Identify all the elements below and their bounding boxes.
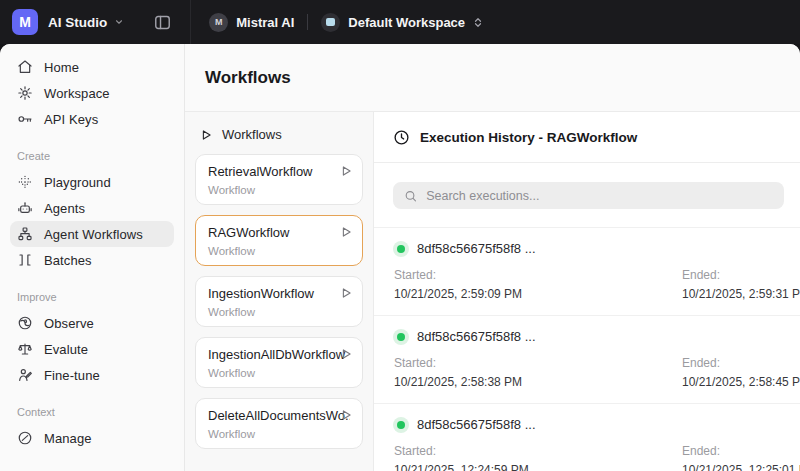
execution-row[interactable]: 8df58c56675f58f8 ... Started: 10/21/2025…: [374, 403, 800, 471]
execution-row[interactable]: 8df58c56675f58f8 ... Started: 10/21/2025…: [374, 227, 800, 315]
workflow-card-ingestionalldbworkflow[interactable]: IngestionAllDbWorkflow Workflow: [195, 337, 363, 388]
sidebar-section-context: Context: [17, 406, 174, 418]
workflow-subtitle: Workflow: [208, 428, 350, 440]
workflow-subtitle: Workflow: [208, 184, 350, 196]
run-workflow-button[interactable]: [339, 286, 353, 300]
workflows-list-panel: Workflows RetrievalWorkflow Workflow RAG…: [185, 112, 374, 471]
breadcrumb-separator: [307, 14, 308, 30]
sidebar-item-label: Agent Workflows: [44, 227, 143, 242]
sparkle-icon: [16, 174, 33, 191]
ended-value: 10/21/2025, 12:25:01 PM: [682, 463, 800, 471]
sidebar-item-manage[interactable]: Manage: [10, 425, 174, 451]
execution-id: 8df58c56675f58f8 ...: [417, 241, 536, 256]
play-icon: [339, 408, 353, 422]
workflows-list-header: Workflows: [195, 123, 363, 154]
sidebar-item-observe[interactable]: Observe: [10, 310, 174, 336]
sidebar-item-batches[interactable]: Batches: [10, 247, 174, 273]
navbar-divider: [190, 0, 191, 44]
execution-id: 8df58c56675f58f8 ...: [417, 329, 536, 344]
started-label: Started:: [394, 444, 682, 458]
key-icon: [16, 111, 33, 128]
workflow-card-ragworkflow[interactable]: RAGWorkflow Workflow: [195, 215, 363, 266]
ended-label: Ended:: [682, 444, 800, 458]
workflow-title: DeleteAllDocumentsWo...: [208, 408, 350, 423]
sidebar-item-home[interactable]: Home: [10, 54, 174, 80]
sidebar-item-workspace[interactable]: Workspace: [10, 80, 174, 106]
sidebar-item-api-keys[interactable]: API Keys: [10, 106, 174, 132]
workspace-avatar: [321, 13, 340, 32]
chevron-down-icon: [114, 17, 124, 27]
run-workflow-button[interactable]: [339, 347, 353, 361]
app-switcher-chevron[interactable]: [114, 17, 124, 27]
sidebar-section-create: Create: [17, 150, 174, 162]
ended-value: 10/21/2025, 2:59:31 PM: [682, 287, 800, 301]
org-breadcrumb[interactable]: M Mistral AI: [209, 13, 294, 32]
ended-label: Ended:: [682, 268, 800, 282]
scales-icon: [16, 341, 33, 358]
run-workflow-button[interactable]: [339, 164, 353, 178]
workflow-subtitle: Workflow: [208, 306, 350, 318]
workflow-subtitle: Workflow: [208, 367, 350, 379]
play-icon: [199, 128, 213, 142]
started-value: 10/21/2025, 12:24:59 PM: [394, 463, 682, 471]
workflow-title: RetrievalWorkflow: [208, 164, 350, 179]
sidebar-item-label: Workspace: [44, 86, 110, 101]
sidebar-item-agent-workflows[interactable]: Agent Workflows: [10, 221, 174, 247]
sidebar-item-label: Batches: [44, 253, 92, 268]
workflow-subtitle: Workflow: [208, 245, 350, 257]
started-value: 10/21/2025, 2:58:38 PM: [394, 375, 682, 389]
execution-row[interactable]: 8df58c56675f58f8 ... Started: 10/21/2025…: [374, 315, 800, 403]
execution-list: 8df58c56675f58f8 ... Started: 10/21/2025…: [374, 227, 800, 471]
run-workflow-button[interactable]: [339, 408, 353, 422]
sidebar-toggle-button[interactable]: [148, 8, 176, 36]
search-executions-box[interactable]: [393, 182, 784, 209]
ended-value: 10/21/2025, 2:58:45 PM: [682, 375, 800, 389]
fine-tune-icon: [16, 367, 33, 384]
workflow-title: RAGWorkflow: [208, 225, 350, 240]
main-area: Workflows Workflows RetrievalWorkflow Wo…: [185, 44, 800, 471]
search-executions-input[interactable]: [426, 189, 773, 203]
status-success-dot: [397, 333, 405, 341]
sidebar-item-label: Fine-tune: [44, 368, 100, 383]
started-column: Started: 10/21/2025, 12:24:59 PM: [394, 444, 682, 471]
play-icon: [339, 347, 353, 361]
sidebar-item-fine-tune[interactable]: Fine-tune: [10, 362, 174, 388]
workflow-title: IngestionAllDbWorkflow: [208, 347, 350, 362]
play-icon: [339, 286, 353, 300]
org-name: Mistral AI: [236, 15, 294, 30]
brackets-icon: [16, 252, 33, 269]
sidebar-item-label: Agents: [44, 201, 85, 216]
started-value: 10/21/2025, 2:59:09 PM: [394, 287, 682, 301]
ended-column: Ended: 10/21/2025, 2:59:31 PM: [682, 268, 800, 301]
workflow-card-ingestionworkflow[interactable]: IngestionWorkflow Workflow: [195, 276, 363, 327]
sidebar-section-improve: Improve: [17, 291, 174, 303]
execution-id: 8df58c56675f58f8 ...: [417, 417, 536, 432]
workflow-card-deletealldocuments[interactable]: DeleteAllDocumentsWo... Workflow: [195, 398, 363, 449]
sidebar-item-playground[interactable]: Playground: [10, 169, 174, 195]
sidebar-item-agents[interactable]: Agents: [10, 195, 174, 221]
spiral-icon: [16, 315, 33, 332]
search-icon: [404, 189, 417, 203]
workspace-glyph-icon: [326, 18, 335, 26]
workflow-card-retrievalworkflow[interactable]: RetrievalWorkflow Workflow: [195, 154, 363, 205]
run-workflow-button[interactable]: [339, 225, 353, 239]
sidebar-item-evalute[interactable]: Evalute: [10, 336, 174, 362]
sidebar-item-label: Evalute: [44, 342, 88, 357]
workspace-name: Default Workspace: [348, 15, 465, 30]
sidebar-item-label: Observe: [44, 316, 94, 331]
sidebar-item-label: Manage: [44, 431, 92, 446]
workspace-selector[interactable]: Default Workspace: [321, 13, 484, 32]
workflows-list-header-label: Workflows: [222, 127, 282, 142]
home-icon: [16, 59, 33, 76]
ended-column: Ended: 10/21/2025, 12:25:01 PM: [682, 444, 800, 471]
app-shell: Home Workspace API Keys Create Playgroun…: [0, 44, 800, 471]
manage-icon: [16, 430, 33, 447]
sidebar-item-label: API Keys: [44, 112, 98, 127]
play-icon: [339, 225, 353, 239]
page-title-bar: Workflows: [185, 44, 800, 112]
workflow-icon: [16, 226, 33, 243]
mistral-logo[interactable]: M: [12, 9, 38, 35]
chevrons-up-down-icon: [472, 16, 484, 29]
workflow-title: IngestionWorkflow: [208, 286, 350, 301]
page-title: Workflows: [205, 68, 291, 88]
